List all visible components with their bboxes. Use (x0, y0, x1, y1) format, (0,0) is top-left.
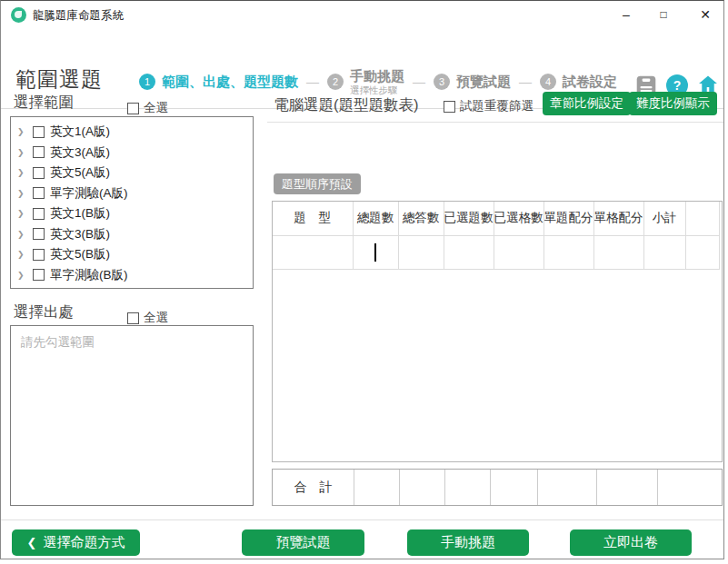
score-per-question-cell[interactable] (544, 235, 593, 269)
chevron-right-icon[interactable]: ❯ (17, 209, 29, 218)
step-1-label: 範圍、出處、題型題數 (162, 74, 298, 91)
col-header: 題 型 (273, 202, 353, 235)
tree-item[interactable]: ❯ 英文1(B版) (11, 203, 253, 224)
source-list: 請先勾選範圍 (10, 325, 254, 506)
source-select-all[interactable]: 全選 (127, 310, 168, 326)
tree-item-checkbox[interactable] (33, 167, 45, 179)
dedupe-filter-label: 試題重覆篩選 (460, 98, 534, 114)
step-4-label: 試卷設定 (563, 74, 617, 91)
tree-item-checkbox[interactable] (33, 146, 45, 158)
col-header: 單格配分 (593, 202, 643, 235)
step-4-badge: 4 (540, 74, 556, 90)
col-header: 單題配分 (544, 202, 593, 235)
tree-item-label: 單字測驗(B版) (50, 267, 128, 283)
source-select-all-checkbox[interactable] (127, 312, 139, 324)
chevron-right-icon[interactable]: ❯ (17, 189, 29, 198)
total-value-cell (354, 470, 400, 505)
page-header: 範圍選題 1 範圍、出處、題型題數 — 2 手動挑題 選擇性步驟 — 3 預覽試… (1, 28, 723, 81)
step-1-badge: 1 (139, 74, 155, 90)
generate-paper-label: 立即出卷 (603, 534, 658, 551)
total-value-cell (445, 470, 491, 505)
chevron-left-icon: ❮ (27, 536, 37, 549)
col-header: 已選格數 (494, 202, 544, 235)
score-per-blank-cell[interactable] (593, 235, 643, 269)
chapter-ratio-button[interactable]: 章節比例設定 (543, 92, 631, 115)
total-value-cell (538, 470, 597, 505)
chevron-right-icon[interactable]: ❯ (17, 168, 29, 177)
step-3-badge: 3 (434, 74, 450, 90)
col-header: 小計 (643, 202, 685, 235)
tree-item[interactable]: ❯ 英文5(A版) (11, 163, 253, 183)
selected-count-cell[interactable] (444, 235, 494, 269)
source-placeholder: 請先勾選範圍 (11, 326, 253, 351)
titlebar: 龍騰題庫命題系統 – □ ✕ (1, 1, 723, 28)
app-logo-icon (11, 7, 26, 23)
type-order-preset-button[interactable]: 題型順序預設 (274, 173, 361, 194)
range-section-title: 選擇範圍 (14, 93, 74, 113)
tree-item[interactable]: ❯ 單字測驗(B版) (11, 265, 253, 286)
range-select-all-label: 全選 (144, 100, 168, 116)
chevron-right-icon[interactable]: ❯ (17, 271, 29, 280)
tree-item-checkbox[interactable] (33, 208, 45, 220)
step-4-paper-settings[interactable]: 4 試卷設定 (540, 74, 617, 91)
tree-item-checkbox[interactable] (33, 126, 45, 138)
tree-item-label: 英文1(A版) (50, 124, 110, 140)
chevron-right-icon[interactable]: ❯ (17, 230, 29, 239)
preview-questions-button[interactable]: 預覽試題 (242, 529, 364, 556)
tree-item[interactable]: ❯ 單字測驗(A版) (11, 183, 253, 204)
range-select-all[interactable]: 全選 (127, 100, 168, 116)
step-separator: — (413, 74, 425, 89)
question-type-table: 題 型 總題數 總答數 已選題數 已選格數 單題配分 單格配分 小計 (272, 201, 723, 462)
total-count-cell[interactable] (353, 235, 398, 269)
page-title: 範圍選題 (15, 65, 103, 94)
source-select-all-label: 全選 (144, 310, 168, 326)
back-to-mode-button[interactable]: ❮ 選擇命題方式 (12, 529, 140, 556)
generate-paper-button[interactable]: 立即出卷 (570, 529, 692, 556)
step-2-sublabel: 選擇性步驟 (350, 84, 404, 95)
empty-cell (685, 235, 719, 269)
difficulty-ratio-button[interactable]: 難度比例顯示 (629, 92, 717, 115)
step-3-preview[interactable]: 3 預覽試題 (434, 74, 511, 91)
preview-questions-label: 預覽試題 (276, 534, 331, 551)
total-value-cell (597, 470, 658, 505)
total-row: 合 計 (272, 469, 723, 506)
tree-item-checkbox[interactable] (33, 187, 45, 199)
table-header-row: 題 型 總題數 總答數 已選題數 已選格數 單題配分 單格配分 小計 (273, 202, 719, 235)
manual-pick-button[interactable]: 手動挑題 (407, 529, 529, 556)
step-1-range[interactable]: 1 範圍、出處、題型題數 (139, 74, 298, 91)
answer-count-cell[interactable] (398, 235, 444, 269)
tree-item-label: 英文5(A版) (50, 164, 110, 181)
close-button[interactable]: ✕ (689, 1, 722, 28)
computer-pick-title: 電腦選題(題型題數表) (274, 95, 419, 115)
minimize-button[interactable]: – (610, 1, 643, 28)
subtotal-cell[interactable] (643, 235, 685, 269)
tree-item[interactable]: ❯ 英文5(B版) (11, 244, 253, 265)
chevron-right-icon[interactable]: ❯ (17, 148, 29, 157)
type-cell[interactable] (273, 235, 353, 269)
total-value-cell (400, 470, 445, 505)
manual-pick-label: 手動挑題 (441, 534, 495, 551)
tree-item[interactable]: ❯ 英文3(B版) (11, 224, 253, 245)
step-2-badge: 2 (327, 74, 344, 90)
step-separator: — (306, 74, 319, 89)
app-window: 龍騰題庫命題系統 – □ ✕ 範圍選題 1 範圍、出處、題型題數 — 2 手動挑… (0, 0, 724, 559)
tree-item-label: 英文3(B版) (50, 226, 110, 242)
tree-item[interactable]: ❯ 英文3(A版) (11, 143, 253, 163)
range-tree: ❯ 英文1(A版) ❯ 英文3(A版) ❯ 英文5(A版) ❯ 單字測驗(A版)… (10, 116, 254, 289)
tree-item-label: 英文1(B版) (50, 205, 110, 222)
tree-item-checkbox[interactable] (33, 228, 45, 240)
col-header: 總答數 (398, 202, 444, 235)
back-to-mode-label: 選擇命題方式 (43, 534, 125, 551)
step-2-manual-pick[interactable]: 2 手動挑題 選擇性步驟 (327, 68, 404, 94)
tree-item-checkbox[interactable] (33, 249, 45, 261)
maximize-button[interactable]: □ (647, 1, 680, 28)
dedupe-filter-checkbox[interactable] (444, 101, 455, 113)
step-2-label: 手動挑題 (350, 68, 404, 84)
dedupe-filter[interactable]: 試題重覆篩選 (444, 98, 534, 114)
range-select-all-checkbox[interactable] (127, 103, 139, 114)
tree-item-checkbox[interactable] (33, 269, 45, 281)
chevron-right-icon[interactable]: ❯ (17, 127, 29, 136)
tree-item[interactable]: ❯ 英文1(A版) (11, 122, 253, 143)
chevron-right-icon[interactable]: ❯ (17, 250, 29, 259)
selected-blank-cell[interactable] (494, 235, 544, 269)
